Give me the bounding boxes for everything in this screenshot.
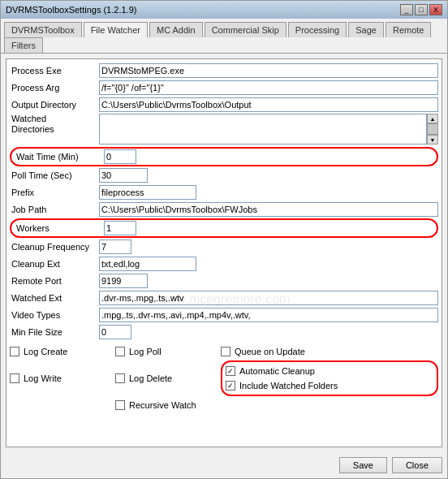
wait-time-input[interactable] bbox=[104, 149, 136, 164]
output-dir-label: Output Directory bbox=[10, 100, 99, 110]
auto-cleanup-checkbox[interactable] bbox=[226, 366, 235, 376]
workers-row: Workers bbox=[10, 218, 438, 238]
min-file-row: Min File Size bbox=[10, 324, 438, 340]
poll-time-row: Poll Time (Sec) bbox=[10, 167, 438, 183]
button-bar: Save Close bbox=[1, 452, 447, 478]
title-bar: DVRMSToolboxSettings (1.2.1.9) _ □ X bbox=[1, 1, 447, 19]
log-poll-label: Log Poll bbox=[129, 347, 162, 356]
output-dir-input[interactable] bbox=[99, 97, 438, 112]
tab-remote[interactable]: Remote bbox=[386, 22, 432, 37]
output-dir-row: Output Directory bbox=[10, 97, 438, 113]
watched-dir-label: Watched Directories bbox=[10, 114, 99, 135]
job-path-value bbox=[99, 202, 438, 217]
cleanup-freq-input[interactable] bbox=[99, 240, 131, 254]
watched-ext-input[interactable] bbox=[99, 291, 438, 305]
watched-dir-listbox[interactable] bbox=[99, 114, 427, 145]
save-button[interactable]: Save bbox=[339, 457, 387, 473]
main-window: DVRMSToolboxSettings (1.2.1.9) _ □ X DVR… bbox=[0, 0, 448, 479]
video-types-row: Video Types bbox=[10, 307, 438, 323]
watched-ext-row: Watched Ext bbox=[10, 290, 438, 306]
watched-ext-value bbox=[99, 291, 438, 305]
process-exe-input[interactable] bbox=[99, 63, 438, 78]
video-types-input[interactable] bbox=[99, 308, 438, 322]
close-window-button[interactable]: X bbox=[429, 4, 442, 15]
checkbox-row-2: Log Write Log Delete Automatic Cleanup I… bbox=[10, 360, 438, 396]
process-arg-value bbox=[99, 80, 438, 95]
log-poll-cell: Log Poll bbox=[115, 344, 221, 359]
watched-ext-label: Watched Ext bbox=[10, 293, 99, 303]
video-types-label: Video Types bbox=[10, 310, 99, 320]
min-file-value bbox=[99, 325, 438, 339]
watched-dir-value: ▲ ▼ bbox=[99, 114, 438, 145]
video-types-value bbox=[99, 308, 438, 322]
recursive-checkbox[interactable] bbox=[115, 400, 125, 410]
checkbox-row-1: Log Create Log Poll Queue on Update bbox=[10, 343, 438, 360]
wait-time-label: Wait Time (Min) bbox=[15, 152, 104, 162]
window-title: DVRMSToolboxSettings (1.2.1.9) bbox=[6, 5, 136, 15]
log-write-label: Log Write bbox=[24, 373, 62, 383]
recursive-cell: Recursive Watch bbox=[115, 398, 196, 412]
process-exe-value bbox=[99, 63, 438, 78]
tab-filters[interactable]: Filters bbox=[4, 37, 43, 53]
log-write-checkbox[interactable] bbox=[10, 373, 19, 383]
tab-bar: DVRMSToolbox File Watcher MC Addin Comme… bbox=[1, 19, 447, 54]
cleanup-ext-label: Cleanup Ext bbox=[10, 259, 99, 269]
wait-time-value bbox=[104, 149, 433, 164]
tab-mc-addin[interactable]: MC Addin bbox=[149, 22, 203, 37]
cleanup-ext-row: Cleanup Ext bbox=[10, 256, 438, 272]
scroll-down-button[interactable]: ▼ bbox=[427, 135, 438, 145]
auto-cleanup-cell: Automatic Cleanup bbox=[226, 364, 433, 378]
minimize-button[interactable]: _ bbox=[400, 4, 413, 15]
close-button[interactable]: Close bbox=[392, 457, 442, 473]
workers-value bbox=[104, 221, 433, 235]
prefix-input[interactable] bbox=[99, 185, 196, 200]
log-poll-checkbox[interactable] bbox=[115, 347, 125, 356]
remote-port-label: Remote Port bbox=[10, 276, 99, 286]
log-create-cell: Log Create bbox=[10, 344, 115, 359]
tab-processing[interactable]: Processing bbox=[288, 22, 347, 37]
cleanup-ext-value bbox=[99, 257, 438, 271]
min-file-input[interactable] bbox=[99, 325, 131, 339]
include-watched-checkbox[interactable] bbox=[226, 381, 235, 391]
poll-time-label: Poll Time (Sec) bbox=[10, 170, 99, 180]
process-arg-row: Process Arg bbox=[10, 80, 438, 96]
queue-update-cell: Queue on Update bbox=[221, 344, 438, 359]
cleanup-ext-input[interactable] bbox=[99, 257, 196, 271]
remote-port-input[interactable] bbox=[99, 274, 148, 288]
include-watched-label: Include Watched Folders bbox=[239, 381, 338, 391]
remote-port-row: Remote Port bbox=[10, 273, 438, 289]
auto-cleanup-label: Automatic Cleanup bbox=[239, 366, 315, 376]
workers-label: Workers bbox=[15, 223, 104, 233]
cleanup-freq-value bbox=[99, 240, 438, 254]
process-arg-input[interactable] bbox=[99, 80, 438, 95]
title-buttons: _ □ X bbox=[400, 4, 442, 15]
process-exe-row: Process Exe bbox=[10, 63, 438, 79]
tab-commercial-skip[interactable]: Commercial Skip bbox=[205, 22, 286, 37]
job-path-input[interactable] bbox=[99, 202, 438, 217]
prefix-value bbox=[99, 185, 438, 200]
poll-time-value bbox=[99, 168, 438, 183]
recursive-spacer bbox=[10, 398, 115, 412]
output-dir-value bbox=[99, 97, 438, 112]
maximize-button[interactable]: □ bbox=[415, 4, 428, 15]
tab-file-watcher[interactable]: File Watcher bbox=[84, 22, 148, 38]
watched-dir-row: Watched Directories ▲ ▼ bbox=[10, 114, 438, 146]
process-arg-label: Process Arg bbox=[10, 83, 99, 93]
include-watched-cell: Include Watched Folders bbox=[226, 378, 433, 393]
tab-dvrmstoolbox[interactable]: DVRMSToolbox bbox=[4, 22, 82, 37]
log-delete-cell: Log Delete bbox=[115, 371, 221, 386]
scrollbar-buttons: ▲ ▼ bbox=[427, 114, 438, 145]
checkbox-row-3: Recursive Watch bbox=[10, 397, 438, 413]
process-exe-label: Process Exe bbox=[10, 66, 99, 76]
right-highlight-group: Automatic Cleanup Include Watched Folder… bbox=[221, 360, 438, 396]
workers-input[interactable] bbox=[104, 221, 136, 235]
tab-sage[interactable]: Sage bbox=[348, 22, 384, 37]
log-delete-checkbox[interactable] bbox=[115, 373, 125, 383]
cleanup-freq-row: Cleanup Frequency bbox=[10, 239, 438, 255]
poll-time-input[interactable] bbox=[99, 168, 148, 183]
scroll-up-button[interactable]: ▲ bbox=[427, 114, 438, 123]
min-file-label: Min File Size bbox=[10, 327, 99, 337]
prefix-label: Prefix bbox=[10, 188, 99, 197]
queue-update-checkbox[interactable] bbox=[221, 347, 230, 356]
log-create-checkbox[interactable] bbox=[10, 347, 19, 356]
